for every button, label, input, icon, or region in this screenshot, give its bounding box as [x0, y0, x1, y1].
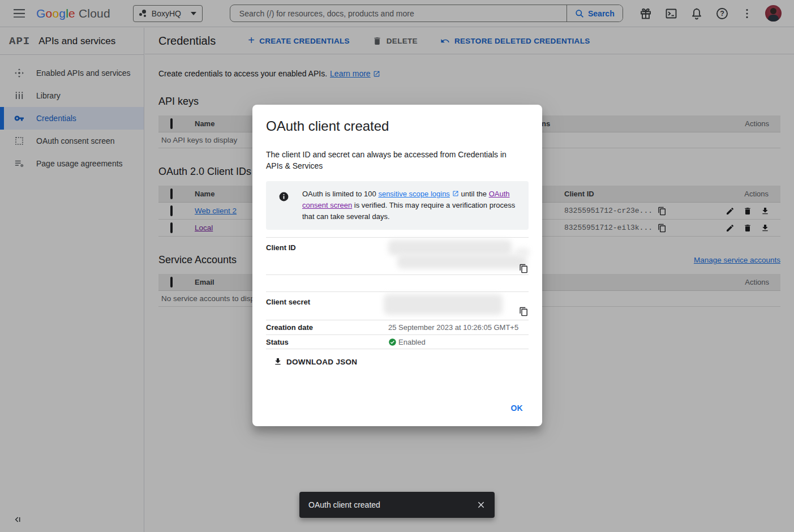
- close-icon[interactable]: [477, 500, 486, 509]
- info-icon: [278, 191, 289, 202]
- client-secret-label: Client secret: [266, 298, 388, 320]
- toast-message: OAuth client created: [308, 500, 477, 509]
- download-json-label: DOWNLOAD JSON: [286, 358, 357, 366]
- status-row: Status Enabled: [266, 334, 529, 349]
- creation-date-value: 25 September 2023 at 10:26:05 GMT+5: [388, 323, 529, 332]
- dialog-subtitle: The client ID and secret can always be a…: [266, 149, 515, 171]
- client-id-value-redacted: [388, 243, 529, 274]
- client-secret-row: Client secret: [266, 291, 529, 320]
- creation-date-row: Creation date 25 September 2023 at 10:26…: [266, 320, 529, 334]
- verification-notice: OAuth is limited to 100 sensitive scope …: [266, 181, 529, 230]
- client-id-label: Client ID: [266, 243, 388, 274]
- creation-date-label: Creation date: [266, 323, 388, 332]
- download-json-button[interactable]: DOWNLOAD JSON: [273, 357, 357, 366]
- copy-icon[interactable]: [519, 307, 529, 316]
- dialog-title: OAuth client created: [266, 118, 529, 134]
- client-id-row: Client ID: [266, 237, 529, 274]
- redaction-blur: [515, 248, 530, 257]
- sensitive-scope-logins-link[interactable]: sensitive scope logins: [378, 190, 449, 198]
- status-value: Enabled: [388, 338, 529, 346]
- dialog-fields: Client ID Client secret Creation date: [266, 237, 529, 349]
- external-link-icon: [452, 190, 459, 197]
- redaction-blur: [388, 240, 512, 255]
- notice-mid: until the: [459, 190, 489, 198]
- copy-icon[interactable]: [519, 264, 529, 273]
- redaction-blur: [384, 294, 503, 315]
- status-text: Enabled: [398, 338, 426, 346]
- notice-text: OAuth is limited to 100 sensitive scope …: [302, 188, 521, 222]
- status-label: Status: [266, 338, 388, 346]
- toast: OAuth client created: [299, 492, 495, 518]
- client-secret-value-redacted: [388, 298, 529, 320]
- download-icon: [273, 357, 282, 366]
- notice-pre: OAuth is limited to 100: [302, 190, 378, 198]
- oauth-created-dialog: OAuth client created The client ID and s…: [252, 105, 542, 426]
- ok-button[interactable]: OK: [506, 399, 527, 417]
- spacer-row: [266, 274, 529, 291]
- redaction-blur: [397, 254, 526, 269]
- check-circle-icon: [388, 338, 397, 346]
